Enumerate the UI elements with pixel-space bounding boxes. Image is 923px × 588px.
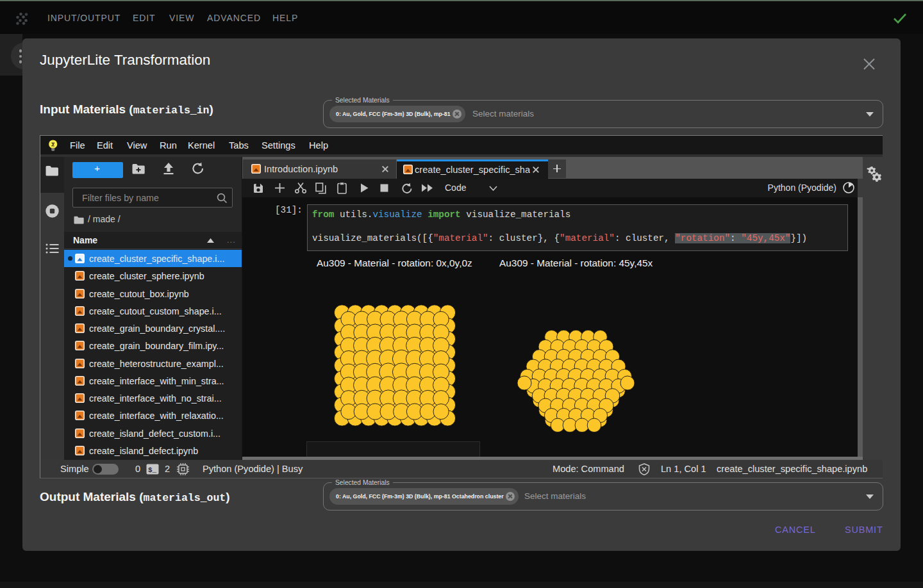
svg-text:$_: $_ xyxy=(148,466,157,474)
